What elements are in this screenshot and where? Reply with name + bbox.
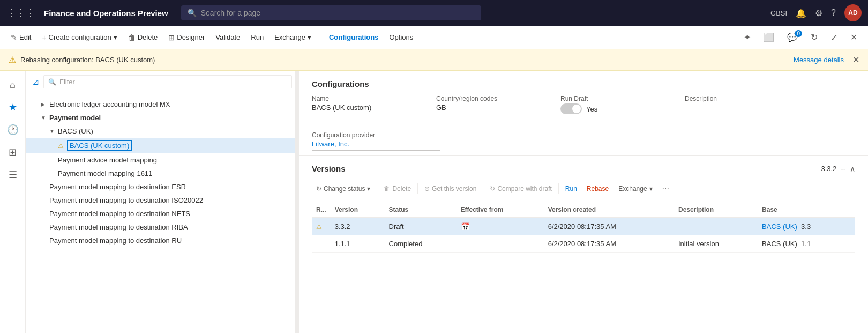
warning-icon: ⚠ bbox=[9, 55, 16, 65]
notification-icon[interactable]: 🔔 bbox=[796, 8, 806, 18]
main-layout: ⌂ ★ 🕐 ⊞ ☰ ⊿ 🔍 ▶ Electronic ledger accoun… bbox=[0, 71, 868, 333]
tree-item-bacs-uk[interactable]: ▼ BACS (UK) bbox=[26, 124, 298, 138]
tree-item-payment-esr[interactable]: Payment model mapping to destination ESR bbox=[26, 180, 298, 194]
create-configuration-button[interactable]: + Create configuration ▾ bbox=[38, 31, 121, 44]
tree-item-payment-model-1611[interactable]: Payment model mapping 1611 bbox=[26, 167, 298, 180]
change-status-icon: ↻ bbox=[316, 185, 321, 193]
row-effective-cell: 📅 bbox=[457, 217, 544, 235]
description-value bbox=[685, 103, 813, 106]
config-fields: Name BACS (UK custom) Country/region cod… bbox=[312, 95, 855, 151]
run-draft-field: Run Draft Yes bbox=[560, 95, 668, 114]
versions-delete-button[interactable]: 🗑 Delete bbox=[379, 183, 415, 195]
options-tab[interactable]: Options bbox=[385, 31, 417, 43]
vtb-separator-3 bbox=[483, 183, 483, 194]
filter-icon[interactable]: ⊿ bbox=[32, 77, 39, 87]
versions-exchange-button[interactable]: Exchange ▾ bbox=[614, 183, 656, 195]
star-icon[interactable]: ★ bbox=[4, 97, 21, 117]
filter-text-input[interactable] bbox=[59, 78, 287, 86]
tree-item-payment-iso[interactable]: Payment model mapping to destination ISO… bbox=[26, 194, 298, 207]
configurations-tab[interactable]: Configurations bbox=[325, 31, 383, 43]
table-row[interactable]: 1.1.1 Completed 6/2/2020 08:17:35 AM Ini… bbox=[312, 235, 855, 253]
tree-item-payment-advice[interactable]: Payment advice model mapping bbox=[26, 153, 298, 167]
versions-toolbar: ↻ Change status ▾ 🗑 Delete ⊙ Get this ve… bbox=[312, 180, 855, 198]
vtb-separator-1 bbox=[377, 183, 377, 194]
versions-run-button[interactable]: Run bbox=[561, 183, 581, 195]
designer-icon: ⊞ bbox=[168, 33, 175, 42]
edit-icon: ✎ bbox=[11, 33, 17, 42]
vtb-separator-2 bbox=[417, 183, 418, 194]
run-draft-toggle[interactable] bbox=[560, 103, 582, 114]
validate-button[interactable]: Validate bbox=[211, 31, 244, 43]
recent-icon[interactable]: 🕐 bbox=[3, 120, 23, 140]
change-status-button[interactable]: ↻ Change status ▾ bbox=[312, 183, 375, 195]
toolbar-right: ✦ ⬜ 0 💬 ↻ ⤢ ✕ bbox=[739, 30, 862, 45]
search-bar[interactable]: 🔍 bbox=[181, 5, 481, 20]
top-nav: ⋮⋮⋮ Finance and Operations Preview 🔍 GBS… bbox=[0, 0, 868, 26]
base-link[interactable]: BACS (UK) bbox=[762, 223, 797, 231]
versions-collapse-icon[interactable]: ∧ bbox=[850, 165, 855, 173]
warning-close-button[interactable]: ✕ bbox=[852, 55, 859, 65]
row-warn-cell bbox=[312, 235, 331, 253]
row-base-cell: BACS (UK) 1.1 bbox=[758, 235, 855, 253]
versions-more-button[interactable]: ··· bbox=[658, 182, 674, 196]
tree-item-payment-ru[interactable]: Payment model mapping to destination RU bbox=[26, 234, 298, 247]
tree-item-electronic-ledger[interactable]: ▶ Electronic ledger accounting model MX bbox=[26, 98, 298, 111]
row-desc-cell bbox=[674, 217, 758, 235]
org-label: GBSI bbox=[770, 9, 787, 17]
vtb-separator-4 bbox=[558, 183, 559, 194]
tree-item-payment-riba[interactable]: Payment model mapping to destination RIB… bbox=[26, 220, 298, 234]
description-label: Description bbox=[685, 95, 813, 102]
expand-icon[interactable]: ⬜ bbox=[759, 30, 779, 45]
compare-icon: ↻ bbox=[490, 185, 495, 193]
compare-with-draft-button[interactable]: ↻ Compare with draft bbox=[485, 183, 556, 195]
col-header-created: Version created bbox=[544, 203, 674, 217]
col-header-effective: Effective from bbox=[457, 203, 544, 217]
settings-icon[interactable]: ⚙ bbox=[815, 8, 822, 18]
versions-title: Versions bbox=[312, 164, 346, 173]
list-icon[interactable]: ☰ bbox=[4, 165, 21, 185]
tree-item-payment-model[interactable]: ▼ Payment model bbox=[26, 111, 298, 124]
open-new-icon[interactable]: ⤢ bbox=[826, 30, 842, 45]
row-created-cell: 6/2/2020 08:17:35 AM bbox=[544, 235, 674, 253]
app-grid-icon[interactable]: ⋮⋮⋮ bbox=[6, 7, 35, 19]
modules-icon[interactable]: ⊞ bbox=[4, 142, 21, 162]
search-input[interactable] bbox=[201, 9, 475, 17]
versions-table: R... Version Status Effective from Versi… bbox=[312, 203, 855, 333]
designer-button[interactable]: ⊞ Designer bbox=[164, 31, 209, 44]
config-provider-field: Configuration provider Litware, Inc. bbox=[312, 131, 440, 151]
row-created-cell: 6/2/2020 08:17:35 AM bbox=[544, 217, 674, 235]
refresh-icon[interactable]: ↻ bbox=[806, 30, 822, 45]
message-details-link[interactable]: Message details bbox=[794, 56, 844, 64]
config-provider-link[interactable]: Litware, Inc. bbox=[312, 140, 440, 151]
run-button[interactable]: Run bbox=[246, 31, 268, 43]
favorites-icon[interactable]: ✦ bbox=[739, 30, 755, 45]
edit-button[interactable]: ✎ Edit bbox=[6, 31, 35, 44]
get-this-version-button[interactable]: ⊙ Get this version bbox=[420, 183, 481, 195]
row-warn-icon: ⚠ bbox=[316, 223, 322, 231]
row-status-cell: Completed bbox=[385, 235, 457, 253]
search-small-icon: 🔍 bbox=[48, 78, 56, 86]
resize-handle[interactable] bbox=[295, 71, 298, 333]
home-icon[interactable]: ⌂ bbox=[5, 75, 20, 95]
description-field: Description bbox=[685, 95, 813, 114]
current-version-number: 3.3.2 bbox=[821, 165, 836, 173]
user-avatar[interactable]: AD bbox=[844, 4, 862, 21]
rebase-button[interactable]: Rebase bbox=[582, 183, 613, 195]
app-title: Finance and Operations Preview bbox=[44, 9, 168, 18]
row-version-cell: 3.3.2 bbox=[331, 217, 385, 235]
sidebar-icons: ⌂ ★ 🕐 ⊞ ☰ bbox=[0, 71, 26, 333]
toggle-group: Yes bbox=[560, 103, 668, 114]
delete-button[interactable]: 🗑 Delete bbox=[124, 31, 162, 44]
exchange-button[interactable]: Exchange ▾ bbox=[270, 31, 316, 43]
notifications-badge[interactable]: 0 💬 bbox=[783, 30, 802, 45]
close-button[interactable]: ✕ bbox=[846, 30, 862, 45]
calendar-icon[interactable]: 📅 bbox=[461, 222, 470, 231]
name-field: Name BACS (UK custom) bbox=[312, 95, 419, 114]
table-row[interactable]: ⚠ 3.3.2 Draft 📅 6/2/2020 08:17:35 AM BAC… bbox=[312, 217, 855, 235]
help-icon[interactable]: ? bbox=[831, 8, 836, 18]
dropdown-icon: ▾ bbox=[114, 33, 117, 41]
tree-item-payment-nets[interactable]: Payment model mapping to destination NET… bbox=[26, 207, 298, 220]
country-label: Country/region codes bbox=[436, 95, 543, 102]
row-base-cell: BACS (UK) 3.3 bbox=[758, 217, 855, 235]
tree-item-bacs-uk-custom[interactable]: ⚠ BACS (UK custom) bbox=[26, 138, 298, 153]
